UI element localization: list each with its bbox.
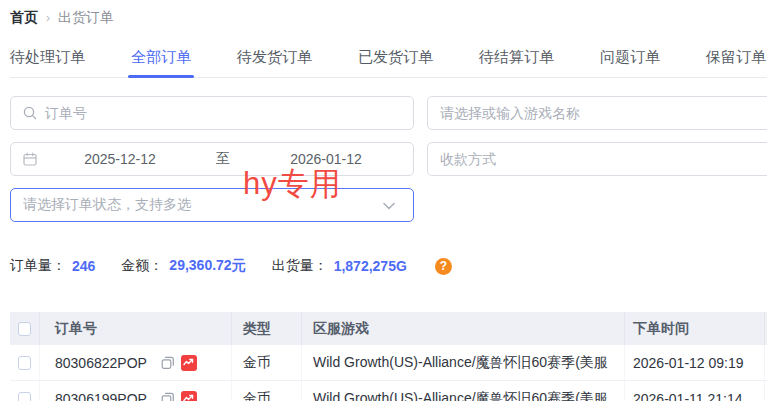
order-type-text: 金币 <box>232 381 302 401</box>
order-count-value: 246 <box>72 258 95 274</box>
payment-method-input[interactable] <box>440 151 767 167</box>
table-header-row: 订单号 类型 区服游戏 下单时间 <box>10 312 767 345</box>
order-no-text: 80306822POP <box>55 355 147 371</box>
header-game: 区服游戏 <box>302 312 625 345</box>
order-no-input[interactable] <box>45 105 401 121</box>
amount-label: 金额： <box>121 257 163 275</box>
tab-to-ship-orders[interactable]: 待发货订单 <box>237 48 312 67</box>
order-no-text: 80306199POP <box>55 391 147 401</box>
date-range-separator: 至 <box>203 150 243 168</box>
header-time: 下单时间 <box>625 312 765 345</box>
order-tabs: 待处理订单 全部订单 待发货订单 已发货订单 待结算订单 问题订单 保留订单 <box>10 48 767 78</box>
order-time-text: 2026-01-11 21:14 <box>625 381 765 401</box>
summary-stats-bar: 订单量： 246 金额： 29,360.72元 出货量： 1,872,275G … <box>10 257 767 275</box>
payment-method-box[interactable] <box>427 142 767 176</box>
order-time-text: 2026-01-12 09:19 <box>625 345 765 380</box>
price-trend-icon[interactable] <box>181 391 197 401</box>
shipment-value: 1,872,275G <box>334 258 407 274</box>
breadcrumb-separator-icon: › <box>46 11 50 25</box>
game-server-text: Wild Growth(US)-Alliance/魔兽怀旧60赛季(美服 <box>302 345 625 380</box>
shipment-label: 出货量： <box>272 257 328 275</box>
game-server-text: Wild Growth(US)-Alliance/魔兽怀旧60赛季(美服 <box>302 381 625 401</box>
tab-all-orders[interactable]: 全部订单 <box>131 48 191 67</box>
tab-problem-orders[interactable]: 问题订单 <box>600 48 660 67</box>
price-trend-icon[interactable] <box>181 355 197 371</box>
date-start-value[interactable]: 2025-12-12 <box>45 151 195 167</box>
filter-panel: 2025-12-12 至 2026-01-12 请选择订单状态，支持多选 <box>10 96 767 222</box>
breadcrumb: 首页 › 出货订单 <box>10 9 767 27</box>
header-order-no: 订单号 <box>40 312 232 345</box>
tab-pending-orders[interactable]: 待处理订单 <box>10 48 85 67</box>
order-management-page: 首页 › 出货订单 待处理订单 全部订单 待发货订单 已发货订单 待结算订单 问… <box>0 0 767 401</box>
header-type: 类型 <box>232 312 302 345</box>
order-status-placeholder: 请选择订单状态，支持多选 <box>23 196 191 214</box>
search-icon <box>23 106 37 120</box>
copy-icon[interactable] <box>161 356 175 370</box>
order-no-search-box[interactable] <box>10 96 414 130</box>
order-type-text: 金币 <box>232 345 302 380</box>
orders-table: 订单号 类型 区服游戏 下单时间 80306822POP 金币 Wild Gro… <box>10 312 767 401</box>
tab-shipped-orders[interactable]: 已发货订单 <box>358 48 433 67</box>
row-checkbox[interactable] <box>18 356 31 370</box>
game-name-select-box[interactable] <box>427 96 767 130</box>
calendar-icon <box>23 152 37 166</box>
order-count-label: 订单量： <box>10 257 66 275</box>
tab-to-settle-orders[interactable]: 待结算订单 <box>479 48 554 67</box>
table-row: 80306199POP 金币 Wild Growth(US)-Alliance/… <box>10 381 767 401</box>
tab-reserved-orders[interactable]: 保留订单 <box>706 48 766 67</box>
game-name-input[interactable] <box>440 105 767 121</box>
copy-icon[interactable] <box>161 392 175 401</box>
help-icon[interactable]: ? <box>435 258 452 275</box>
table-row: 80306822POP 金币 Wild Growth(US)-Alliance/… <box>10 345 767 381</box>
chevron-down-icon <box>383 197 395 213</box>
breadcrumb-current: 出货订单 <box>58 9 114 27</box>
date-end-value[interactable]: 2026-01-12 <box>251 151 401 167</box>
date-range-picker[interactable]: 2025-12-12 至 2026-01-12 <box>10 142 414 176</box>
order-status-select[interactable]: 请选择订单状态，支持多选 <box>10 188 414 222</box>
amount-value: 29,360.72元 <box>169 257 245 275</box>
breadcrumb-home-link[interactable]: 首页 <box>10 9 38 27</box>
select-all-checkbox[interactable] <box>18 322 31 336</box>
row-checkbox[interactable] <box>18 392 31 401</box>
